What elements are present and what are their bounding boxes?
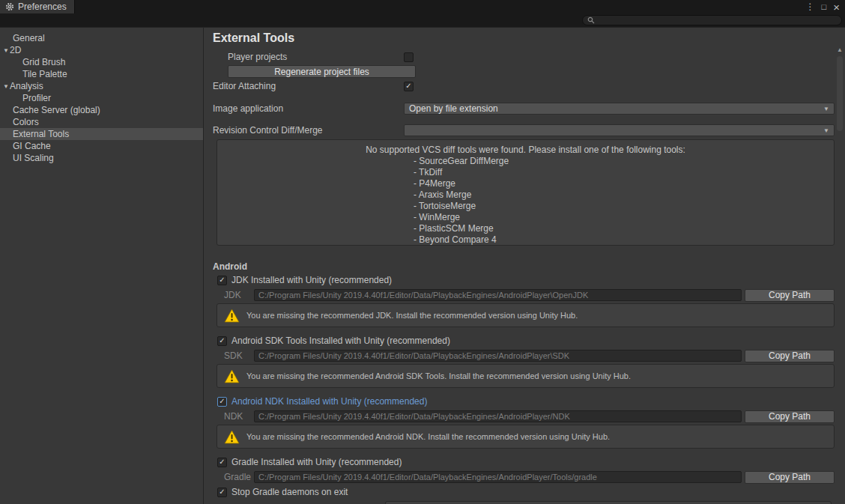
jdk-field-label: JDK xyxy=(224,290,254,300)
sidebar-item-general[interactable]: General xyxy=(0,32,203,44)
check-icon: ✓ xyxy=(219,276,225,284)
window-controls: ⋮ □ × xyxy=(806,1,845,13)
regenerate-project-files-button[interactable]: Regenerate project files xyxy=(228,65,416,78)
editor-attaching-label: Editor Attaching xyxy=(213,81,404,91)
sdk-warning-box: You are missing the recommended Android … xyxy=(216,364,835,388)
check-icon: ✓ xyxy=(219,488,225,496)
sidebar: General ▼2D Grid Brush Tile Palette ▼Ana… xyxy=(0,28,204,504)
scrollbar-thumb[interactable] xyxy=(837,56,843,131)
check-icon: ✓ xyxy=(219,337,225,344)
sdk-installed-checkbox[interactable]: ✓ xyxy=(217,336,227,346)
ndk-copy-path-button[interactable]: Copy Path xyxy=(745,410,835,423)
sidebar-item-tile-palette[interactable]: Tile Palette xyxy=(0,68,203,80)
sidebar-item-label: 2D xyxy=(10,45,21,55)
ndk-warning-box: You are missing the recommended Android … xyxy=(216,425,835,449)
jdk-toggle-label[interactable]: JDK Installed with Unity (recommended) xyxy=(231,275,392,285)
sidebar-item-label: UI Scaling xyxy=(13,153,54,163)
regenerate-row: Regenerate project files xyxy=(213,64,835,79)
sidebar-item-ui-scaling[interactable]: UI Scaling xyxy=(0,152,203,164)
jdk-path-input[interactable] xyxy=(254,289,742,301)
sidebar-item-label: Tile Palette xyxy=(22,69,67,79)
jdk-warning-text: You are missing the recommended JDK. Ins… xyxy=(246,311,578,320)
editor-attaching-checkbox[interactable]: ✓ xyxy=(404,82,414,91)
gradle-path-input[interactable] xyxy=(254,471,742,483)
dropdown-value: Open by file extension xyxy=(409,103,498,114)
ndk-installed-checkbox[interactable]: ✓ xyxy=(217,397,227,407)
ndk-warning-text: You are missing the recommended Android … xyxy=(246,432,610,441)
external-tools-panel: External Tools Player projects Regenerat… xyxy=(204,28,845,504)
image-application-row: Image application Open by file extension… xyxy=(213,101,835,116)
stop-gradle-row: ✓ Stop Gradle daemons on exit xyxy=(217,485,835,500)
vcs-tool-item: - PlasticSCM Merge xyxy=(414,223,834,234)
jdk-copy-path-button[interactable]: Copy Path xyxy=(745,289,835,302)
vcs-notice-heading: No supported VCS diff tools were found. … xyxy=(217,145,834,156)
foldout-arrow-icon[interactable]: ▼ xyxy=(0,47,10,54)
chevron-down-icon: ▼ xyxy=(823,127,829,134)
vcs-tool-item: - WinMerge xyxy=(414,212,834,223)
warning-icon xyxy=(224,309,240,323)
check-icon: ✓ xyxy=(219,458,225,466)
sidebar-item-analysis[interactable]: ▼Analysis xyxy=(0,80,203,92)
gradle-copy-path-button[interactable]: Copy Path xyxy=(745,471,835,484)
gradle-installed-checkbox[interactable]: ✓ xyxy=(217,458,227,467)
ndk-path-input[interactable] xyxy=(254,410,742,422)
sidebar-item-gi-cache[interactable]: GI Cache xyxy=(0,140,203,152)
cutoff-field[interactable] xyxy=(385,501,832,504)
sidebar-item-label: External Tools xyxy=(13,129,69,139)
ndk-toggle-row: ✓ Android NDK Installed with Unity (reco… xyxy=(217,394,835,409)
sidebar-item-cache-server[interactable]: Cache Server (global) xyxy=(0,104,203,116)
search-input[interactable] xyxy=(598,16,837,25)
window-body: General ▼2D Grid Brush Tile Palette ▼Ana… xyxy=(0,28,845,504)
sdk-copy-path-button[interactable]: Copy Path xyxy=(745,350,835,362)
sidebar-item-profiler[interactable]: Profiler xyxy=(0,92,203,104)
sidebar-item-label: Analysis xyxy=(10,81,43,91)
sdk-field-label: SDK xyxy=(224,350,254,361)
titlebar: Preferences ⋮ □ × xyxy=(0,0,845,13)
check-icon: ✓ xyxy=(219,398,225,405)
jdk-installed-checkbox[interactable]: ✓ xyxy=(217,276,227,285)
image-application-dropdown[interactable]: Open by file extension ▼ xyxy=(404,103,835,115)
foldout-arrow-icon[interactable]: ▼ xyxy=(0,83,10,90)
player-projects-checkbox[interactable] xyxy=(404,52,414,62)
vcs-tool-item: - TkDiff xyxy=(414,167,834,178)
vcs-tool-item: - SourceGear DiffMerge xyxy=(414,156,834,167)
window-title: Preferences xyxy=(18,1,67,12)
warning-icon xyxy=(224,369,240,383)
chevron-down-icon: ▼ xyxy=(823,106,829,112)
revision-control-dropdown[interactable]: ▼ xyxy=(404,124,835,136)
sidebar-item-colors[interactable]: Colors xyxy=(0,116,203,128)
vcs-tool-item: - TortoiseMerge xyxy=(414,201,834,212)
stop-gradle-label[interactable]: Stop Gradle daemons on exit xyxy=(231,487,348,497)
sidebar-item-2d[interactable]: ▼2D xyxy=(0,44,203,56)
sdk-path-input[interactable] xyxy=(254,350,742,362)
image-application-label: Image application xyxy=(213,103,404,114)
sidebar-item-label: General xyxy=(13,33,45,43)
sidebar-item-label: Profiler xyxy=(22,93,51,103)
maximize-button[interactable]: □ xyxy=(822,3,827,11)
sidebar-item-external-tools[interactable]: External Tools xyxy=(0,128,203,140)
search-icon xyxy=(587,16,595,24)
close-button[interactable]: × xyxy=(833,1,840,13)
ndk-toggle-label[interactable]: Android NDK Installed with Unity (recomm… xyxy=(231,396,427,407)
check-icon: ✓ xyxy=(405,82,411,90)
kebab-menu-button[interactable]: ⋮ xyxy=(806,2,815,11)
sdk-toggle-label[interactable]: Android SDK Tools Installed with Unity (… xyxy=(231,336,450,346)
sidebar-item-grid-brush[interactable]: Grid Brush xyxy=(0,56,203,68)
gradle-field-label: Gradle xyxy=(224,472,254,482)
vcs-tool-list: - SourceGear DiffMerge - TkDiff - P4Merg… xyxy=(414,156,834,246)
editor-attaching-row: Editor Attaching ✓ xyxy=(213,79,835,94)
preferences-tab[interactable]: Preferences xyxy=(0,0,75,13)
sidebar-item-label: Cache Server (global) xyxy=(13,105,100,115)
revision-control-row: Revision Control Diff/Merge ▼ xyxy=(213,123,835,138)
stop-gradle-checkbox[interactable]: ✓ xyxy=(217,488,227,497)
vcs-tool-item: - Beyond Compare 4 xyxy=(414,234,834,246)
sidebar-item-label: Colors xyxy=(13,117,39,127)
sidebar-item-label: Grid Brush xyxy=(22,57,65,67)
revision-control-label: Revision Control Diff/Merge xyxy=(213,125,404,136)
ndk-field-label: NDK xyxy=(224,411,254,422)
search-box[interactable] xyxy=(582,15,842,25)
gear-icon xyxy=(5,2,14,11)
search-toolbar xyxy=(0,13,845,28)
scroll-up-arrow-icon[interactable]: ▲ xyxy=(837,47,843,53)
gradle-toggle-label[interactable]: Gradle Installed with Unity (recommended… xyxy=(231,457,402,467)
